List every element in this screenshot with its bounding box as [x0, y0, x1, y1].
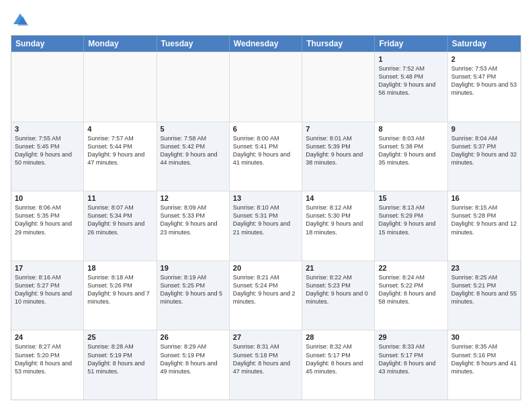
- calendar-cell: 13Sunrise: 8:10 AM Sunset: 5:31 PM Dayli…: [230, 191, 302, 261]
- calendar-cell: 26Sunrise: 8:29 AM Sunset: 5:19 PM Dayli…: [157, 330, 230, 400]
- day-info: Sunrise: 8:01 AM Sunset: 5:39 PM Dayligh…: [306, 134, 371, 167]
- day-number: 13: [233, 194, 298, 202]
- day-number: 15: [378, 194, 443, 202]
- calendar-row-5: 24Sunrise: 8:27 AM Sunset: 5:20 PM Dayli…: [11, 330, 521, 400]
- logo: [11, 11, 32, 30]
- calendar-cell: 1Sunrise: 7:52 AM Sunset: 5:48 PM Daylig…: [375, 52, 447, 122]
- day-info: Sunrise: 8:18 AM Sunset: 5:26 PM Dayligh…: [87, 273, 152, 306]
- day-number: 12: [161, 194, 226, 202]
- day-info: Sunrise: 8:35 AM Sunset: 5:16 PM Dayligh…: [451, 342, 517, 375]
- day-number: 1: [378, 55, 443, 63]
- day-info: Sunrise: 7:53 AM Sunset: 5:47 PM Dayligh…: [451, 64, 517, 97]
- calendar-cell: 5Sunrise: 7:58 AM Sunset: 5:42 PM Daylig…: [157, 122, 230, 191]
- day-number: 4: [87, 125, 152, 133]
- day-number: 8: [378, 125, 443, 133]
- calendar-cell: 16Sunrise: 8:15 AM Sunset: 5:28 PM Dayli…: [448, 191, 521, 261]
- calendar-cell: [230, 52, 302, 122]
- calendar-cell: 11Sunrise: 8:07 AM Sunset: 5:34 PM Dayli…: [84, 191, 157, 261]
- calendar-cell: 29Sunrise: 8:33 AM Sunset: 5:17 PM Dayli…: [375, 330, 447, 400]
- calendar-row-2: 3Sunrise: 7:55 AM Sunset: 5:45 PM Daylig…: [11, 122, 521, 191]
- day-info: Sunrise: 8:06 AM Sunset: 5:35 PM Dayligh…: [15, 203, 80, 236]
- header: [11, 11, 521, 30]
- day-info: Sunrise: 8:31 AM Sunset: 5:18 PM Dayligh…: [233, 342, 298, 375]
- day-info: Sunrise: 8:03 AM Sunset: 5:38 PM Dayligh…: [378, 134, 443, 167]
- day-info: Sunrise: 8:00 AM Sunset: 5:41 PM Dayligh…: [233, 134, 298, 167]
- calendar-cell: 22Sunrise: 8:24 AM Sunset: 5:22 PM Dayli…: [375, 261, 447, 330]
- day-number: 23: [451, 264, 517, 272]
- calendar-cell: 24Sunrise: 8:27 AM Sunset: 5:20 PM Dayli…: [11, 330, 84, 400]
- day-info: Sunrise: 8:15 AM Sunset: 5:28 PM Dayligh…: [451, 203, 517, 236]
- day-info: Sunrise: 8:24 AM Sunset: 5:22 PM Dayligh…: [378, 273, 443, 306]
- calendar-cell: [157, 52, 230, 122]
- calendar-cell: 25Sunrise: 8:28 AM Sunset: 5:19 PM Dayli…: [84, 330, 157, 400]
- calendar-cell: 17Sunrise: 8:16 AM Sunset: 5:27 PM Dayli…: [11, 261, 84, 330]
- day-number: 30: [451, 333, 517, 341]
- calendar-cell: 8Sunrise: 8:03 AM Sunset: 5:38 PM Daylig…: [375, 122, 447, 191]
- calendar-cell: 21Sunrise: 8:22 AM Sunset: 5:23 PM Dayli…: [302, 261, 375, 330]
- day-info: Sunrise: 8:10 AM Sunset: 5:31 PM Dayligh…: [233, 203, 298, 236]
- day-info: Sunrise: 7:52 AM Sunset: 5:48 PM Dayligh…: [378, 64, 443, 97]
- calendar-cell: 4Sunrise: 7:57 AM Sunset: 5:44 PM Daylig…: [84, 122, 157, 191]
- day-info: Sunrise: 8:33 AM Sunset: 5:17 PM Dayligh…: [378, 342, 443, 375]
- day-number: 16: [451, 194, 517, 202]
- calendar-cell: [11, 52, 84, 122]
- day-number: 6: [233, 125, 298, 133]
- header-day-monday: Monday: [84, 36, 157, 52]
- calendar-cell: 12Sunrise: 8:09 AM Sunset: 5:33 PM Dayli…: [157, 191, 230, 261]
- calendar-cell: 10Sunrise: 8:06 AM Sunset: 5:35 PM Dayli…: [11, 191, 84, 261]
- day-info: Sunrise: 8:28 AM Sunset: 5:19 PM Dayligh…: [87, 342, 152, 375]
- day-info: Sunrise: 8:13 AM Sunset: 5:29 PM Dayligh…: [378, 203, 443, 236]
- day-info: Sunrise: 8:25 AM Sunset: 5:21 PM Dayligh…: [451, 273, 517, 306]
- day-info: Sunrise: 7:58 AM Sunset: 5:42 PM Dayligh…: [161, 134, 226, 167]
- calendar-cell: 30Sunrise: 8:35 AM Sunset: 5:16 PM Dayli…: [448, 330, 521, 400]
- day-info: Sunrise: 8:19 AM Sunset: 5:25 PM Dayligh…: [161, 273, 226, 306]
- calendar-row-4: 17Sunrise: 8:16 AM Sunset: 5:27 PM Dayli…: [11, 261, 521, 330]
- day-info: Sunrise: 8:09 AM Sunset: 5:33 PM Dayligh…: [161, 203, 226, 236]
- calendar-cell: 9Sunrise: 8:04 AM Sunset: 5:37 PM Daylig…: [448, 122, 521, 191]
- header-day-wednesday: Wednesday: [230, 36, 302, 52]
- calendar-cell: 6Sunrise: 8:00 AM Sunset: 5:41 PM Daylig…: [230, 122, 302, 191]
- day-number: 5: [161, 125, 226, 133]
- day-number: 2: [451, 55, 517, 63]
- day-info: Sunrise: 7:57 AM Sunset: 5:44 PM Dayligh…: [87, 134, 152, 167]
- header-day-tuesday: Tuesday: [157, 36, 230, 52]
- day-number: 7: [306, 125, 371, 133]
- day-info: Sunrise: 8:32 AM Sunset: 5:17 PM Dayligh…: [306, 342, 371, 375]
- calendar: SundayMondayTuesdayWednesdayThursdayFrid…: [11, 35, 521, 400]
- calendar-cell: 27Sunrise: 8:31 AM Sunset: 5:18 PM Dayli…: [230, 330, 302, 400]
- calendar-cell: 28Sunrise: 8:32 AM Sunset: 5:17 PM Dayli…: [302, 330, 375, 400]
- calendar-header: SundayMondayTuesdayWednesdayThursdayFrid…: [11, 36, 521, 52]
- day-info: Sunrise: 8:07 AM Sunset: 5:34 PM Dayligh…: [87, 203, 152, 236]
- day-number: 19: [161, 264, 226, 272]
- day-number: 29: [378, 333, 443, 341]
- header-day-thursday: Thursday: [302, 36, 375, 52]
- calendar-cell: 19Sunrise: 8:19 AM Sunset: 5:25 PM Dayli…: [157, 261, 230, 330]
- day-number: 25: [87, 333, 152, 341]
- calendar-cell: [302, 52, 375, 122]
- day-number: 20: [233, 264, 298, 272]
- day-info: Sunrise: 8:12 AM Sunset: 5:30 PM Dayligh…: [306, 203, 371, 236]
- calendar-body: 1Sunrise: 7:52 AM Sunset: 5:48 PM Daylig…: [11, 52, 521, 400]
- day-number: 11: [87, 194, 152, 202]
- day-number: 27: [233, 333, 298, 341]
- day-number: 18: [87, 264, 152, 272]
- calendar-cell: 15Sunrise: 8:13 AM Sunset: 5:29 PM Dayli…: [375, 191, 447, 261]
- day-number: 28: [306, 333, 371, 341]
- header-day-friday: Friday: [375, 36, 447, 52]
- logo-icon: [11, 11, 30, 30]
- calendar-cell: 14Sunrise: 8:12 AM Sunset: 5:30 PM Dayli…: [302, 191, 375, 261]
- day-number: 21: [306, 264, 371, 272]
- calendar-cell: 3Sunrise: 7:55 AM Sunset: 5:45 PM Daylig…: [11, 122, 84, 191]
- day-info: Sunrise: 8:29 AM Sunset: 5:19 PM Dayligh…: [161, 342, 226, 375]
- day-number: 14: [306, 194, 371, 202]
- page: SundayMondayTuesdayWednesdayThursdayFrid…: [0, 0, 532, 411]
- calendar-cell: 2Sunrise: 7:53 AM Sunset: 5:47 PM Daylig…: [448, 52, 521, 122]
- day-info: Sunrise: 8:27 AM Sunset: 5:20 PM Dayligh…: [15, 342, 80, 375]
- day-number: 17: [15, 264, 80, 272]
- calendar-cell: 20Sunrise: 8:21 AM Sunset: 5:24 PM Dayli…: [230, 261, 302, 330]
- day-number: 9: [451, 125, 517, 133]
- calendar-cell: [84, 52, 157, 122]
- day-info: Sunrise: 8:16 AM Sunset: 5:27 PM Dayligh…: [15, 273, 80, 306]
- header-day-saturday: Saturday: [448, 36, 521, 52]
- day-number: 24: [15, 333, 80, 341]
